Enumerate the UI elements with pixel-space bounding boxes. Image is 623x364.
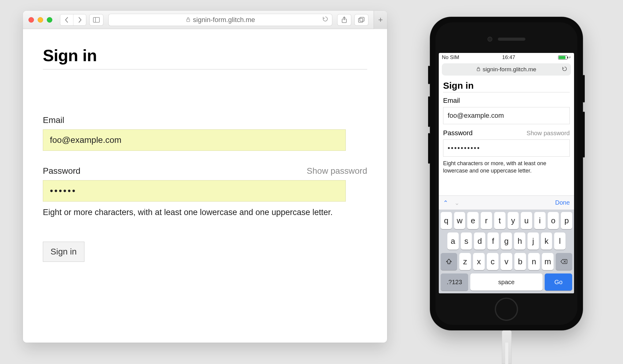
key-g[interactable]: g [501, 232, 512, 250]
key-i[interactable]: i [534, 212, 546, 229]
clock-text: 16:47 [502, 54, 515, 61]
shift-key[interactable] [441, 253, 457, 270]
forward-button[interactable] [73, 14, 86, 25]
ios-address-bar[interactable]: signin-form.glitch.me [442, 63, 571, 76]
sidebar-toggle-button[interactable] [90, 14, 103, 25]
key-b[interactable]: b [514, 253, 526, 270]
key-p[interactable]: p [561, 212, 572, 229]
ios-email-label: Email [443, 97, 570, 105]
key-c[interactable]: c [487, 253, 498, 270]
key-o[interactable]: o [548, 212, 559, 229]
key-e[interactable]: e [467, 212, 479, 229]
key-w[interactable]: w [454, 212, 465, 229]
ios-show-password-toggle[interactable]: Show password [527, 130, 570, 137]
key-z[interactable]: z [459, 253, 471, 270]
key-d[interactable]: d [474, 232, 485, 250]
keyboard-done-button[interactable]: Done [555, 199, 570, 206]
svg-rect-0 [93, 17, 99, 22]
status-bar: No SIM 16:47 ⚡︎ [439, 53, 574, 62]
battery-indicator: ⚡︎ [558, 55, 571, 60]
ios-email-field[interactable] [443, 107, 570, 124]
nav-buttons [60, 14, 86, 25]
keyboard-row-4: .?123 space Go [441, 273, 572, 291]
ios-title-divider [443, 92, 570, 92]
ios-page-body: Sign in Email Password Show password Eig… [439, 78, 574, 177]
keyboard-accessory-bar: ⌃ ⌄ Done [439, 195, 574, 210]
ios-password-field[interactable] [443, 139, 570, 157]
svg-rect-6 [360, 17, 364, 21]
charging-icon: ⚡︎ [569, 55, 571, 60]
password-field[interactable] [43, 180, 346, 202]
fullscreen-window-button[interactable] [47, 17, 52, 23]
phone-top-bezel [438, 25, 574, 53]
window-controls [28, 17, 52, 23]
key-x[interactable]: x [473, 253, 485, 270]
email-field[interactable] [43, 129, 346, 151]
key-a[interactable]: a [447, 232, 459, 250]
key-t[interactable]: t [494, 212, 505, 229]
key-k[interactable]: k [541, 232, 552, 250]
key-q[interactable]: q [441, 212, 452, 229]
svg-rect-5 [359, 18, 363, 22]
reload-button[interactable] [322, 16, 328, 24]
key-n[interactable]: n [528, 253, 540, 270]
lock-icon [186, 16, 191, 24]
ios-reload-button[interactable] [562, 66, 567, 73]
key-s[interactable]: s [461, 232, 472, 250]
safari-toolbar: signin-form.glitch.me + [23, 11, 387, 29]
password-label: Password [43, 166, 80, 176]
numbers-key[interactable]: .?123 [441, 273, 468, 291]
new-tab-button[interactable]: + [374, 11, 387, 29]
backspace-key[interactable] [556, 253, 572, 270]
carrier-text: No SIM [442, 54, 459, 61]
password-hint: Eight or more characters, with at least … [43, 208, 367, 217]
iphone-device: No SIM 16:47 ⚡︎ signin-form.glitch.me Si… [430, 17, 583, 330]
next-field-button[interactable]: ⌄ [454, 199, 460, 206]
go-key[interactable]: Go [545, 273, 572, 291]
address-bar[interactable]: signin-form.glitch.me [109, 14, 332, 26]
email-label: Email [43, 115, 367, 125]
svg-rect-7 [477, 69, 480, 71]
battery-icon [558, 55, 567, 60]
key-r[interactable]: r [481, 212, 492, 229]
earpiece-speaker-icon [498, 38, 525, 41]
share-button[interactable] [338, 14, 351, 25]
prev-field-button[interactable]: ⌃ [443, 199, 448, 206]
ios-address-text: signin-form.glitch.me [483, 66, 536, 73]
key-f[interactable]: f [487, 232, 499, 250]
space-key[interactable]: space [470, 273, 543, 291]
keyboard-row-2: asdfghjkl [441, 232, 572, 250]
minimize-window-button[interactable] [38, 17, 43, 23]
key-h[interactable]: h [514, 232, 525, 250]
key-y[interactable]: y [508, 212, 519, 229]
ios-page-title: Sign in [443, 80, 570, 91]
ios-password-hint: Eight characters or more, with at least … [443, 160, 570, 175]
toolbar-right [338, 14, 368, 25]
page-title: Sign in [43, 46, 367, 65]
keyboard-row-1: qwertyuiop [441, 212, 572, 229]
signin-button[interactable]: Sign in [43, 242, 84, 262]
phone-screen: No SIM 16:47 ⚡︎ signin-form.glitch.me Si… [439, 53, 574, 293]
lightning-cable-icon [502, 330, 512, 364]
title-divider [43, 69, 367, 69]
tabs-button[interactable] [355, 14, 368, 25]
key-v[interactable]: v [501, 253, 512, 270]
safari-window: signin-form.glitch.me + Sign in Email Pa… [23, 11, 387, 343]
ios-keyboard: qwertyuiop asdfghjkl zxcvbnm .?123 space… [439, 210, 574, 293]
key-m[interactable]: m [542, 253, 554, 270]
ios-password-label: Password [443, 129, 473, 137]
key-l[interactable]: l [554, 232, 565, 250]
lock-icon [476, 66, 480, 73]
key-u[interactable]: u [521, 212, 532, 229]
key-j[interactable]: j [528, 232, 539, 250]
svg-rect-2 [187, 19, 190, 21]
home-button[interactable] [495, 298, 518, 321]
front-camera-icon [487, 37, 492, 42]
close-window-button[interactable] [28, 17, 34, 23]
back-button[interactable] [60, 14, 73, 25]
show-password-toggle[interactable]: Show password [307, 166, 367, 176]
keyboard-row-3: zxcvbnm [441, 253, 572, 270]
page-body: Sign in Email Password Show password Eig… [23, 29, 387, 279]
address-text: signin-form.glitch.me [193, 16, 255, 24]
